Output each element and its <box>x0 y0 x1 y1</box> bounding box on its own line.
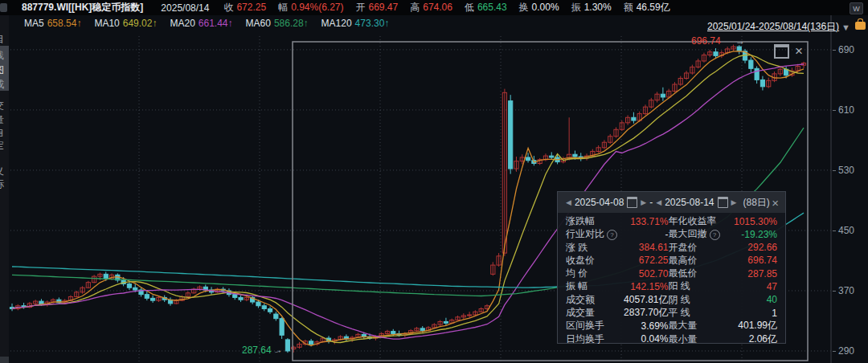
stat-value: 40 <box>728 294 778 305</box>
candle-body <box>262 306 266 309</box>
high-price-label: 696.74 <box>691 35 721 47</box>
candle-body <box>420 328 424 331</box>
ma-legend-item: MA10649.02↑ <box>94 18 157 29</box>
ma-value: 658.54↑ <box>47 18 82 29</box>
stat-label: 平 线 <box>669 306 728 320</box>
range-selector: 2025/01/24-2025/08/14(136日) ▼ <box>707 20 850 34</box>
ma-value: 661.44↑ <box>199 18 233 29</box>
stat-value: 142.15% <box>619 281 669 292</box>
stats-row: 涨 跌384.61开盘价292.66 <box>566 241 777 254</box>
stats-panel-header: ◀ 2025-04-08 ▶ - ◀ 2025-08-14 ▶ (88日) × <box>558 192 785 213</box>
price-tick: 610 <box>833 104 854 116</box>
candle-body <box>550 156 554 157</box>
stat-value: 287.85 <box>728 268 778 279</box>
stats-row: 区间换手3.69%最大量401.99亿 <box>566 319 777 332</box>
range-separator: - <box>649 197 653 208</box>
candle-body <box>526 157 530 161</box>
price-tick: 690 <box>833 44 854 55</box>
candle-body <box>133 288 137 290</box>
start-date[interactable]: 2025-04-08 <box>575 197 624 208</box>
price-tick: 290 <box>833 345 854 357</box>
stat-value: 3.69% <box>619 320 669 332</box>
stat-label: 年化收益率 <box>669 214 728 228</box>
stat-value: 696.74 <box>728 255 778 266</box>
stat-value: 384.61 <box>619 242 669 253</box>
close-icon[interactable]: × <box>795 46 803 57</box>
stats-row: 收盘价672.25最高价696.74 <box>566 254 777 267</box>
calendar-icon[interactable] <box>627 197 637 208</box>
stat-label: 最低价 <box>669 267 728 280</box>
stat-label: 成交额 <box>566 293 619 307</box>
ma-legend-item: MA120473.30↑ <box>321 18 390 29</box>
candle-body <box>127 284 131 288</box>
stat-label: 最大回撤? <box>669 227 728 241</box>
stats-rows: 涨跌幅133.71%年化收益率1015.30%行业对比?-最大回撤?-19.23… <box>558 213 785 345</box>
ma-legend-item: MA60586.28↑ <box>246 18 309 29</box>
tick-mark <box>833 110 836 111</box>
prev-start-date-button[interactable]: ◀ <box>564 198 573 206</box>
stat-label: 阴 线 <box>669 293 728 307</box>
next-start-date-button[interactable]: ▶ <box>639 198 648 206</box>
next-end-date-button[interactable]: ▶ <box>730 198 739 206</box>
candle-body <box>749 60 753 68</box>
close-icon[interactable]: × <box>772 196 779 210</box>
help-icon[interactable]: ? <box>607 230 617 240</box>
price-tick-label: 450 <box>838 225 854 236</box>
ma-legend-item: MA5658.54↑ <box>24 18 81 29</box>
stat-label: 成交量 <box>566 306 619 320</box>
price-tick-label: 290 <box>838 345 854 357</box>
candle-body <box>256 302 260 306</box>
ma-legend-item: MA20661.44↑ <box>170 18 232 29</box>
candle-body <box>233 295 237 298</box>
stats-row: 均 价502.70最低价287.85 <box>566 267 777 279</box>
stat-label: 涨跌幅 <box>566 214 619 228</box>
stats-row: 振 幅142.15%阳 线47 <box>566 279 777 292</box>
ma-label: MA5 <box>24 18 44 29</box>
candle-body <box>661 94 665 97</box>
selection-controls: × <box>774 44 803 59</box>
stat-value: 4057.81亿 <box>619 293 669 307</box>
ma-value: 649.02↑ <box>123 18 158 29</box>
ma-label: MA60 <box>246 18 271 29</box>
stat-label: 日均换手 <box>566 332 619 346</box>
stat-value: 1 <box>728 308 778 319</box>
stat-value: 133.71% <box>619 216 669 227</box>
chevron-down-icon[interactable]: ▼ <box>841 22 850 32</box>
end-date[interactable]: 2025-08-14 <box>665 197 714 208</box>
price-tick: 370 <box>833 285 854 296</box>
stat-label: 最大量 <box>669 319 728 332</box>
ma-legend: MA5658.54↑MA10649.02↑MA20661.44↑MA60586.… <box>24 18 402 29</box>
price-tick-label: 690 <box>838 44 854 55</box>
date-range-link[interactable]: 2025/01/24-2025/08/14(136日) <box>707 20 839 34</box>
stat-label: 开盘价 <box>669 241 728 255</box>
stat-label: 振 幅 <box>566 279 619 293</box>
candle-body <box>239 297 243 300</box>
calendar-icon[interactable] <box>718 197 728 208</box>
ma-value: 586.28↑ <box>274 18 309 29</box>
stats-row: 日均换手0.04%最小量2.06亿 <box>566 332 777 345</box>
low-price-label: 287.64 <box>242 345 272 356</box>
prev-end-date-button[interactable]: ◀ <box>654 198 663 206</box>
candle-body <box>509 101 513 169</box>
stock-chart-window: 887779.WI[[HK]稳定币指数] 2025/08/14 收672.25幅… <box>0 0 868 363</box>
lock-icon[interactable] <box>855 22 866 30</box>
tick-mark <box>833 351 836 352</box>
price-tick-label: 610 <box>838 104 854 116</box>
stat-value: 2.06亿 <box>728 332 778 346</box>
tick-mark <box>833 170 836 171</box>
window-restore-icon[interactable] <box>774 44 789 59</box>
price-tick: 450 <box>833 225 854 236</box>
stats-row: 行业对比?-最大回撤?-19.23% <box>566 227 777 240</box>
range-day-count: (88日) <box>743 196 769 210</box>
candle-body <box>268 308 272 312</box>
candle-body <box>632 117 636 120</box>
stat-label: 均 价 <box>566 267 619 280</box>
ma-label: MA10 <box>94 18 119 29</box>
help-icon[interactable]: ? <box>710 230 720 240</box>
stat-value: - <box>619 229 669 240</box>
stat-value: 502.70 <box>619 268 669 279</box>
stat-value: 672.25 <box>619 255 669 266</box>
stat-value: 47 <box>728 281 778 292</box>
stat-label: 阳 线 <box>669 279 728 293</box>
stats-row: 成交额4057.81亿阴 线40 <box>566 293 777 306</box>
